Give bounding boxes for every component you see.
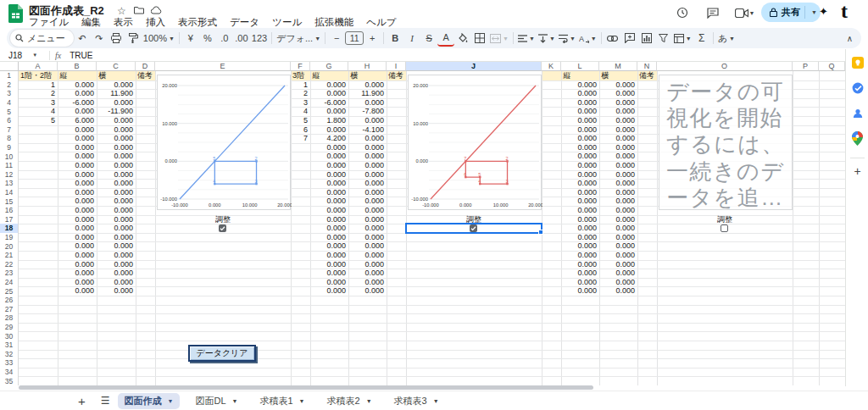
- cell-B24[interactable]: 0.000: [59, 278, 94, 287]
- cell-M1[interactable]: 横: [601, 71, 635, 80]
- fill-color-button[interactable]: [454, 30, 471, 47]
- cell-M15[interactable]: 0.000: [601, 197, 635, 206]
- row-header-6[interactable]: 6: [0, 116, 19, 125]
- print-button[interactable]: [108, 30, 125, 47]
- grid-corner[interactable]: [0, 62, 19, 71]
- row-header-32[interactable]: 32: [0, 350, 19, 359]
- column-header-A[interactable]: A: [19, 62, 58, 71]
- cell-B20[interactable]: 0.000: [59, 241, 94, 251]
- cell-H22[interactable]: 0.000: [350, 260, 384, 269]
- cell-L22[interactable]: 0.000: [563, 260, 597, 269]
- undo-button[interactable]: ↶: [74, 30, 91, 47]
- cell-G15[interactable]: 0.000: [312, 197, 346, 206]
- cell-L15[interactable]: 0.000: [563, 197, 597, 206]
- chart-3[interactable]: データの可視化を開始するには、一続きのデータを追…: [659, 75, 793, 210]
- cell-H8[interactable]: 0.000: [350, 134, 384, 143]
- comments-icon[interactable]: [704, 3, 722, 22]
- cell-G19[interactable]: 0.000: [312, 233, 346, 242]
- row-header-26[interactable]: 26: [0, 296, 19, 305]
- cell-M14[interactable]: 0.000: [601, 188, 635, 197]
- cell-C15[interactable]: 0.000: [98, 197, 133, 206]
- cell-M12[interactable]: 0.000: [601, 170, 635, 180]
- cell-B5[interactable]: 0.000: [59, 107, 94, 116]
- menu-挿入[interactable]: 挿入: [146, 16, 165, 29]
- row-header-31[interactable]: 31: [0, 341, 19, 350]
- cell-B9[interactable]: 0.000: [59, 143, 94, 152]
- sheet-tab-caret-icon[interactable]: ▼: [232, 398, 238, 404]
- name-box-caret-icon[interactable]: ▼: [32, 53, 37, 58]
- cell-B14[interactable]: 0.000: [59, 188, 94, 197]
- row-header-12[interactable]: 12: [0, 170, 19, 180]
- cell-B16[interactable]: 0.000: [59, 206, 94, 215]
- cell-H2[interactable]: 0.000: [350, 80, 384, 90]
- cell-H17[interactable]: 0.000: [350, 215, 384, 224]
- cell-M19[interactable]: 0.000: [601, 233, 635, 242]
- italic-button[interactable]: I: [403, 30, 420, 47]
- cell-B4[interactable]: -6.000: [59, 98, 94, 108]
- column-header-E[interactable]: E: [155, 62, 291, 71]
- menu-拡張機能[interactable]: 拡張機能: [314, 16, 353, 29]
- row-header-17[interactable]: 17: [0, 215, 19, 224]
- sheet-tab-求積表3[interactable]: 求積表3▼: [387, 393, 446, 409]
- cell-G1[interactable]: 縦: [312, 71, 346, 80]
- cell-H5[interactable]: -7.800: [350, 107, 384, 116]
- column-header-D[interactable]: D: [136, 62, 155, 71]
- row-header-9[interactable]: 9: [0, 143, 19, 152]
- column-header-F[interactable]: F: [291, 62, 310, 71]
- cell-M2[interactable]: 0.000: [601, 80, 635, 90]
- cell-L23[interactable]: 0.000: [563, 269, 597, 278]
- cell-M17[interactable]: 0.000: [601, 215, 635, 224]
- cell-C25[interactable]: 0.000: [98, 286, 133, 296]
- cell-F3[interactable]: 2: [292, 89, 308, 98]
- cell-L9[interactable]: 0.000: [563, 143, 597, 152]
- column-header-O[interactable]: O: [657, 62, 793, 71]
- menu-ツール[interactable]: ツール: [272, 16, 302, 29]
- cell-L19[interactable]: 0.000: [563, 233, 597, 242]
- sheet-tab-求積表2[interactable]: 求積表2▼: [320, 393, 379, 409]
- cell-M3[interactable]: 0.000: [601, 89, 635, 98]
- cell-C5[interactable]: -11.900: [98, 107, 133, 116]
- all-sheets-button[interactable]: ☰: [101, 395, 109, 407]
- row-header-29[interactable]: 29: [0, 323, 19, 332]
- cell-M25[interactable]: 0.000: [601, 286, 635, 296]
- sheet-tab-caret-icon[interactable]: ▼: [168, 398, 174, 404]
- cell-G14[interactable]: 0.000: [312, 188, 346, 197]
- cell-B2[interactable]: 0.000: [59, 80, 94, 90]
- get-addons-button[interactable]: +: [851, 164, 864, 177]
- cell-A5[interactable]: 4: [20, 107, 55, 116]
- cell-C8[interactable]: 0.000: [98, 134, 133, 143]
- cell-G18[interactable]: 0.000: [312, 224, 346, 233]
- column-header-P[interactable]: P: [793, 62, 819, 71]
- row-header-7[interactable]: 7: [0, 125, 19, 135]
- cell-G17[interactable]: 0.000: [312, 215, 346, 224]
- row-header-21[interactable]: 21: [0, 251, 19, 260]
- cell-B21[interactable]: 0.000: [59, 251, 94, 260]
- cell-F7[interactable]: 6: [292, 125, 308, 135]
- cell-B3[interactable]: 0.000: [59, 89, 94, 98]
- cell-C16[interactable]: 0.000: [98, 206, 133, 215]
- row-header-28[interactable]: 28: [0, 313, 19, 323]
- column-header-C[interactable]: C: [97, 62, 136, 71]
- cell-G4[interactable]: -6.000: [312, 98, 346, 108]
- share-caret-icon[interactable]: ▼: [811, 9, 817, 15]
- cell-H7[interactable]: -4.100: [350, 125, 384, 135]
- row-header-2[interactable]: 2: [0, 80, 19, 90]
- row-header-24[interactable]: 24: [0, 278, 19, 287]
- row-header-3[interactable]: 3: [0, 89, 19, 98]
- fill-handle[interactable]: [538, 230, 543, 235]
- cell-M10[interactable]: 0.000: [601, 152, 635, 161]
- row-header-10[interactable]: 10: [0, 152, 19, 161]
- cell-C22[interactable]: 0.000: [98, 260, 133, 269]
- meet-caret-icon[interactable]: ▼: [747, 3, 755, 22]
- paint-format-button[interactable]: [125, 30, 142, 47]
- keep-icon[interactable]: [851, 56, 864, 69]
- cell-L1[interactable]: 縦: [563, 71, 597, 80]
- column-header-B[interactable]: B: [58, 62, 97, 71]
- version-history-icon[interactable]: [673, 3, 692, 22]
- row-header-30[interactable]: 30: [0, 331, 19, 341]
- merge-cells-button[interactable]: ▼: [488, 30, 510, 47]
- column-header-M[interactable]: M: [599, 62, 637, 71]
- cell-F8[interactable]: 7: [292, 134, 308, 143]
- cell-C24[interactable]: 0.000: [98, 278, 133, 287]
- contacts-icon[interactable]: [851, 107, 864, 119]
